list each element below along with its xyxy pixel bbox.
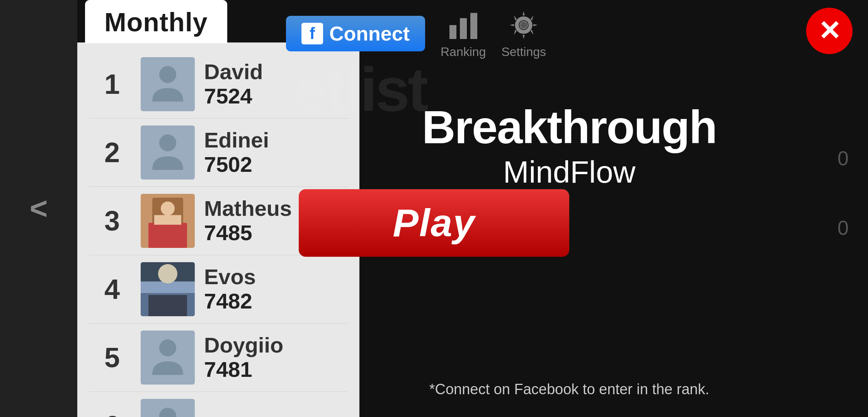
back-panel: < xyxy=(0,0,77,417)
avatar xyxy=(141,57,195,111)
svg-rect-5 xyxy=(148,223,187,248)
svg-rect-11 xyxy=(148,295,187,316)
avatar xyxy=(141,262,195,316)
score-display-2: 0 xyxy=(837,216,849,239)
close-icon: ✕ xyxy=(818,17,841,44)
player-score: 7481 xyxy=(204,357,283,382)
play-button[interactable]: Play xyxy=(299,189,569,257)
rank-number: 2 xyxy=(93,137,131,168)
avatar-silhouette-icon xyxy=(141,331,195,385)
monthly-tab-label: Monthly xyxy=(104,7,208,37)
svg-point-12 xyxy=(159,339,176,356)
list-item: 4 Evos 7482 xyxy=(89,255,348,324)
avatar xyxy=(141,194,195,248)
avatar-silhouette-icon xyxy=(141,57,195,111)
song-title: Breakthrough xyxy=(271,100,868,154)
play-button-container: Play xyxy=(299,189,569,257)
song-artist: MindFlow xyxy=(271,154,868,190)
rank-number: 6 xyxy=(93,410,131,417)
svg-point-19 xyxy=(520,22,527,29)
svg-point-10 xyxy=(158,264,177,283)
avatar-silhouette-icon xyxy=(141,399,195,417)
back-arrow-icon[interactable]: < xyxy=(30,191,48,226)
player-name: Doygiio xyxy=(204,333,283,357)
player-info: Edinei 7502 xyxy=(204,128,269,177)
facebook-connect-label: Connect xyxy=(329,22,410,45)
avatar xyxy=(141,331,195,385)
player-info: Evos 7482 xyxy=(204,265,256,314)
player-score: 7485 xyxy=(204,220,292,245)
player-name: Güüllërmö xyxy=(204,414,312,417)
player-name: Edinei xyxy=(204,128,269,152)
rank-number: 3 xyxy=(93,205,131,237)
facebook-icon: f xyxy=(301,23,323,44)
svg-point-1 xyxy=(159,134,176,151)
player-name: Evos xyxy=(204,265,256,289)
score-display-1: 0 xyxy=(837,147,849,170)
avatar xyxy=(141,125,195,180)
ranking-label: Ranking xyxy=(441,45,486,59)
avatar-photo-icon xyxy=(141,194,195,248)
player-name: David xyxy=(204,60,263,84)
top-bar: f Connect Ranking Settings xyxy=(271,8,868,59)
rank-number: 5 xyxy=(93,342,131,373)
player-score: 7524 xyxy=(204,83,263,108)
svg-rect-15 xyxy=(460,18,467,39)
footer-text: *Connect on Facebook to enter in the ran… xyxy=(271,381,868,398)
player-info: Güüllërmö xyxy=(204,414,312,417)
avatar xyxy=(141,399,195,417)
svg-point-4 xyxy=(161,202,175,215)
player-name: Matheus xyxy=(204,197,292,220)
player-score: 7482 xyxy=(204,288,256,314)
svg-rect-16 xyxy=(470,13,477,39)
rank-number: 4 xyxy=(93,273,131,305)
svg-rect-14 xyxy=(449,25,456,39)
ranking-area[interactable]: Ranking xyxy=(441,8,486,59)
player-score: 7502 xyxy=(204,152,269,177)
close-button[interactable]: ✕ xyxy=(806,8,853,54)
player-info: Matheus 7485 xyxy=(204,197,292,246)
gear-icon xyxy=(506,8,541,42)
monthly-tab[interactable]: Monthly xyxy=(85,0,227,43)
rank-number: 1 xyxy=(93,68,131,100)
svg-point-0 xyxy=(159,66,176,83)
settings-label: Settings xyxy=(501,45,546,59)
player-info: David 7524 xyxy=(204,60,263,109)
facebook-connect-button[interactable]: f Connect xyxy=(286,16,425,51)
svg-point-13 xyxy=(159,408,176,417)
ranking-icon xyxy=(446,8,481,42)
avatar-silhouette-icon xyxy=(141,125,195,180)
player-info: Doygiio 7481 xyxy=(204,333,283,382)
avatar-photo-icon xyxy=(141,262,195,316)
settings-area[interactable]: Settings xyxy=(501,8,546,59)
svg-rect-6 xyxy=(154,215,181,225)
play-button-label: Play xyxy=(393,201,475,244)
